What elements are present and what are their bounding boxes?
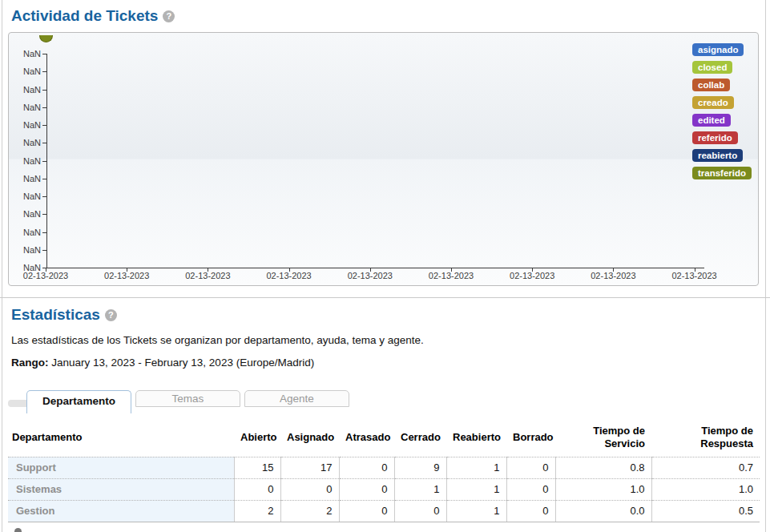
column-header: Abierto [234,419,280,457]
value-cell: 0 [339,457,394,478]
y-axis-tickmark [42,143,46,143]
stats-section-title: Estadísticas? [11,306,117,324]
legend-item-closed[interactable]: closed [692,61,732,74]
chart-point-marker [39,35,53,42]
y-axis-tickmark [42,232,46,233]
department-cell: Sistemas [8,478,234,500]
chart-legend: asignadoclosedcollabcreadoeditedreferido… [692,43,752,184]
y-axis-tickmark [42,161,46,162]
value-cell: 0 [506,500,555,522]
column-header: Tiempo de Servicio [555,419,651,457]
stats-tabs: DepartamentoTemasAgente [26,390,349,413]
y-axis-tickmark [42,179,46,179]
y-axis-tick-label: NaN [9,138,41,147]
help-icon[interactable]: ? [105,309,117,321]
y-axis-tickmark [42,125,46,126]
legend-item-reabierto[interactable]: reabierto [692,149,743,162]
legend-item-transferido[interactable]: transferido [692,167,752,179]
column-header: Departamento [8,419,234,457]
legend-item-creado[interactable]: creado [692,96,734,109]
stats-body: Support151709100.80.7Sistemas0001101.01.… [8,457,760,522]
column-header: Cerrado [394,419,446,457]
legend-item-asignado[interactable]: asignado [692,43,744,56]
x-axis-tickmark [613,268,614,272]
y-axis-tick-label: NaN [9,228,41,237]
value-cell: 1.0 [555,478,651,500]
table-row: Support151709100.80.7 [8,457,760,478]
x-axis-tickmark [451,268,452,272]
value-cell: 0 [339,478,394,500]
y-axis-tick-label: NaN [9,191,41,201]
department-cell: Support [8,457,234,478]
value-cell: 0.5 [651,500,760,522]
value-cell: 15 [234,457,280,478]
x-axis-tickmark [46,268,46,272]
value-cell: 0.8 [555,457,651,478]
y-axis-tick-label: NaN [9,156,41,166]
value-cell: 2 [234,500,280,522]
column-header: Reabierto [446,419,506,457]
table-row: Sistemas0001101.01.0 [8,478,760,500]
help-icon[interactable]: ? [163,10,175,22]
y-axis-tick-label: NaN [9,103,41,112]
stats-description: Las estadísticas de los Tickets se organ… [11,334,424,346]
y-axis-tickmark [42,71,46,72]
x-axis-line [46,268,704,268]
y-axis-tickmark [42,196,46,197]
column-header: Borrado [506,419,555,457]
legend-item-edited[interactable]: edited [692,114,731,127]
stats-title-text: Estadísticas [11,306,100,323]
y-axis-tick-label: NaN [9,120,41,130]
value-cell: 0 [506,457,555,478]
y-axis-tick-label: NaN [9,209,41,219]
tab-agente[interactable]: Agente [244,390,349,407]
legend-item-referido[interactable]: referido [692,131,738,144]
value-cell: 0 [394,500,446,522]
x-axis-tick-label: 02-13-2023 [342,271,398,280]
x-axis-tickmark [370,268,371,272]
x-axis-tick-label: 02-13-2023 [667,271,723,280]
value-cell: 9 [394,457,446,478]
dashboard-page: Actividad de Tickets? NaNNaNNaNNaNNaNNaN… [0,0,770,532]
x-axis-tick-label: 02-13-2023 [179,271,236,280]
legend-item-collab[interactable]: collab [692,79,730,91]
x-axis-tickmark [208,268,208,272]
value-cell: 0 [234,478,280,500]
x-axis-tick-label: 02-13-2023 [99,271,155,280]
x-axis-tick-label: 02-13-2023 [423,271,479,280]
x-axis-tick-label: 02-13-2023 [504,271,560,280]
y-axis-tickmark [42,54,46,54]
y-axis-tickmark [42,90,46,91]
x-axis-tickmark [127,268,127,272]
x-axis-tickmark [289,268,290,272]
range-label: Rango: [11,357,49,369]
value-cell: 1 [446,457,506,478]
activity-section-title: Actividad de Tickets? [11,7,175,25]
range-value: January 13, 2023 - February 13, 2023 (Eu… [49,357,315,369]
y-axis-tick-label: NaN [9,49,41,58]
x-axis-tick-label: 02-13-2023 [261,271,317,280]
tab-departamento[interactable]: Departamento [26,390,131,413]
value-cell: 0.0 [555,500,651,522]
department-cell: Gestion [8,500,234,522]
y-axis-tick-label: NaN [9,174,41,183]
column-header: Tiempo de Respuesta [651,419,760,457]
y-axis-line [46,54,47,268]
stats-header-row: DepartamentoAbiertoAsignadoAtrasadoCerra… [8,419,760,457]
table-row: Gestion2200100.00.5 [8,500,760,522]
value-cell: 1.0 [651,478,760,500]
x-axis-tick-label: 02-13-2023 [585,271,641,280]
tabbar-stub [8,400,27,407]
y-axis-tick-label: NaN [9,66,41,76]
x-axis-tickmark [532,268,533,272]
value-cell: 17 [280,457,339,478]
stats-table: DepartamentoAbiertoAsignadoAtrasadoCerra… [8,419,760,522]
y-axis-tick-label: NaN [9,85,41,95]
cutoff-help-icon [14,528,22,532]
date-range-line: Rango: January 13, 2023 - February 13, 2… [11,357,314,369]
tab-temas[interactable]: Temas [135,390,240,407]
x-axis-tick-label: 02-13-2023 [18,271,74,280]
page-right-border [765,0,766,532]
column-header: Asignado [280,419,339,457]
activity-title-text: Actividad de Tickets [11,7,158,24]
